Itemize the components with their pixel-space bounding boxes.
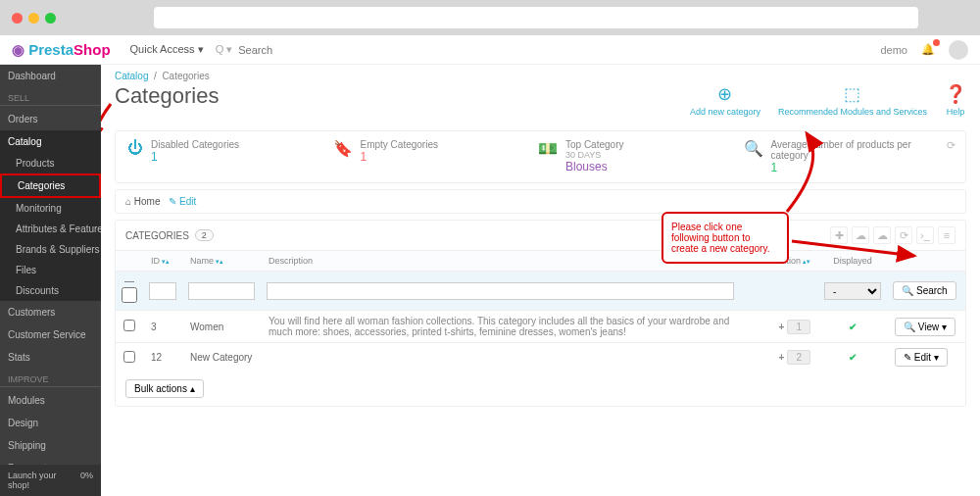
row-name: Women (182, 311, 261, 343)
row-id: 3 (143, 311, 182, 343)
window-maximize[interactable] (45, 13, 56, 24)
sort-icon[interactable]: ▾▴ (162, 258, 170, 265)
browser-chrome (0, 0, 980, 35)
row-name: New Category (182, 343, 261, 372)
sidebar-customer-service[interactable]: Customer Service (0, 323, 101, 346)
home-bar: ⌂ Home ✎ Edit (115, 189, 966, 214)
tool-import-icon[interactable]: ☁ (873, 226, 891, 244)
sidebar-attributes[interactable]: Attributes & Features (0, 219, 101, 239)
check-icon[interactable]: ✔ (849, 352, 857, 363)
puzzle-icon: ⬚ (778, 83, 927, 105)
sort-icon[interactable]: ▾▴ (216, 258, 223, 265)
filter-name[interactable] (188, 282, 255, 300)
panel-count: 2 (195, 229, 214, 241)
url-bar[interactable] (154, 7, 918, 28)
row-desc (261, 343, 740, 372)
quick-access-menu[interactable]: Quick Access ▾ (130, 43, 204, 56)
kpi-row: ⏻ Disabled Categories1 🔖 Empty Categorie… (115, 130, 966, 183)
position-control[interactable]: +1 (779, 320, 810, 334)
window-close[interactable] (12, 13, 23, 24)
sidebar-section-sell: SELL (0, 87, 101, 106)
help-icon: ❓ (945, 83, 966, 105)
table-row: 12New Category+2✔✎ Edit ▾ (116, 343, 965, 372)
filter-desc[interactable] (267, 282, 734, 300)
sidebar-modules[interactable]: Modules (0, 389, 101, 412)
bulk-actions-button[interactable]: Bulk actions ▴ (125, 379, 204, 398)
table-row: 3WomenYou will find here all woman fashi… (116, 311, 965, 343)
add-category-button[interactable]: ⊕ Add new category (690, 83, 760, 117)
main: Catalog / Categories Categories ⊕ Add ne… (101, 65, 980, 496)
row-action-button[interactable]: ✎ Edit ▾ (895, 348, 948, 367)
logo[interactable]: ◉ PrestaShop (12, 41, 111, 59)
tool-export-icon[interactable]: ☁ (852, 226, 869, 244)
recommended-modules-button[interactable]: ⬚ Recommended Modules and Services (778, 83, 927, 117)
refresh-icon[interactable]: ⟳ (943, 139, 959, 174)
position-control[interactable]: +2 (779, 350, 810, 365)
page-title: Categories (115, 83, 219, 109)
avatar[interactable] (949, 40, 968, 60)
search-input[interactable] (238, 44, 356, 56)
topbar: ◉ PrestaShop Quick Access ▾ Q ▾ demo 🔔 (0, 35, 980, 65)
notifications-icon[interactable]: 🔔 (921, 43, 935, 56)
tool-sql-icon[interactable]: ›_ (916, 226, 934, 244)
launch-shop[interactable]: Launch your shop!0% (0, 465, 101, 496)
breadcrumb-catalog[interactable]: Catalog (115, 71, 148, 81)
row-id: 12 (143, 343, 182, 372)
search-button[interactable]: 🔍 Search (893, 281, 956, 300)
sidebar-brands[interactable]: Brands & Suppliers (0, 239, 101, 260)
sidebar-section-improve: IMPROVE (0, 369, 101, 387)
sidebar-design[interactable]: Design (0, 412, 101, 434)
sidebar-monitoring[interactable]: Monitoring (0, 198, 101, 219)
tool-refresh-icon[interactable]: ⟳ (895, 226, 912, 244)
edit-link[interactable]: ✎ Edit (169, 196, 196, 207)
power-icon: ⏻ (127, 139, 143, 157)
breadcrumb: Catalog / Categories (111, 65, 970, 83)
home-icon: ⌂ (125, 196, 131, 207)
row-action-button[interactable]: 🔍 View ▾ (895, 318, 956, 336)
sidebar-stats[interactable]: Stats (0, 346, 101, 369)
sidebar-discounts[interactable]: Discounts (0, 280, 101, 301)
user-label[interactable]: demo (880, 44, 907, 56)
panel-title: CATEGORIES (125, 230, 189, 241)
filter-id[interactable] (149, 282, 176, 300)
bookmark-icon: 🔖 (333, 139, 353, 158)
sidebar: Dashboard SELL Orders Catalog Products C… (0, 65, 101, 496)
sidebar-products[interactable]: Products (0, 153, 101, 174)
tool-db-icon[interactable]: ≡ (938, 226, 956, 244)
window-minimize[interactable] (28, 13, 39, 24)
sidebar-orders[interactable]: Orders (0, 108, 101, 130)
sidebar-categories[interactable]: Categories (0, 174, 101, 198)
sidebar-dashboard[interactable]: Dashboard (0, 65, 101, 87)
sort-icon[interactable]: ▴▾ (803, 258, 810, 265)
categories-panel: CATEGORIES 2 ✚ ☁ ☁ ⟳ ›_ ≡ ID▾▴ Name▾▴ (115, 220, 966, 407)
sidebar-catalog[interactable]: Catalog (0, 130, 101, 153)
sidebar-customers[interactable]: Customers (0, 301, 101, 323)
row-checkbox[interactable] (123, 320, 135, 331)
sidebar-files[interactable]: Files (0, 260, 101, 280)
filter-displayed[interactable]: - (824, 282, 881, 300)
money-icon: 💵 (538, 139, 558, 158)
select-all-checkbox[interactable] (122, 286, 137, 304)
search-icon: 🔍 (744, 139, 763, 158)
row-desc: You will find here all woman fashion col… (261, 311, 740, 343)
sidebar-shipping[interactable]: Shipping (0, 434, 101, 457)
tool-add-icon[interactable]: ✚ (830, 226, 848, 244)
topbar-search[interactable]: Q ▾ (216, 43, 357, 56)
check-icon[interactable]: ✔ (849, 322, 857, 332)
plus-circle-icon: ⊕ (690, 83, 760, 105)
categories-table: ID▾▴ Name▾▴ Description Position▴▾ Displ… (116, 250, 965, 372)
search-icon: Q ▾ (216, 43, 233, 56)
row-checkbox[interactable] (123, 351, 135, 363)
help-button[interactable]: ❓ Help (945, 83, 966, 117)
